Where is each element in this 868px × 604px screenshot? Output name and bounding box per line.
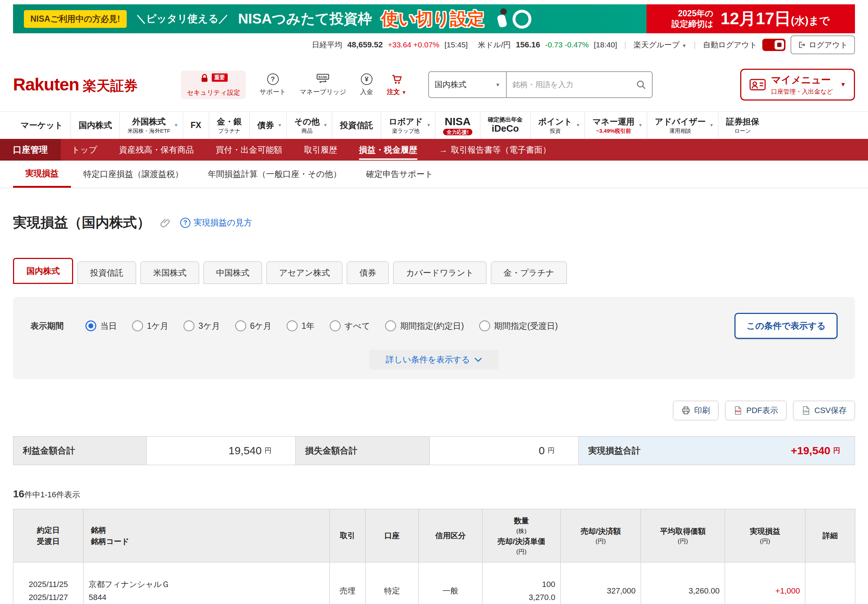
account-nav-top[interactable]: トップ <box>61 139 108 161</box>
security-settings-button[interactable]: 重要 セキュリティ設定 <box>181 71 246 99</box>
nav-bond[interactable]: 債券▼ <box>250 112 286 139</box>
tab-covered-warrant[interactable]: カバードワラント <box>393 261 487 284</box>
nav-point-investment[interactable]: ポイント投資▼ <box>530 112 584 139</box>
radio-1month[interactable]: 1ケ月 <box>132 320 168 332</box>
account-nav-home[interactable]: 口座管理 <box>0 139 61 161</box>
pl-help-link[interactable]: ? 実現損益の見方 <box>180 217 252 228</box>
col-sale-amount: 売却/決済額(円) <box>561 509 641 562</box>
account-nav-history[interactable]: 取引履歴 <box>293 139 348 161</box>
money-bridge-button[interactable]: BANK マネーブリッジ <box>300 73 346 96</box>
export-toolbar: 印刷 PDF PDF表示 CSV CSV保存 <box>13 401 855 420</box>
col-margin-type: 信用区分 <box>419 509 482 562</box>
search-category-select[interactable]: 国内株式 ▼ <box>429 72 507 97</box>
subnav-tax-support[interactable]: 確定申告サポート <box>353 161 446 188</box>
radio-6months[interactable]: 6ケ月 <box>235 320 271 332</box>
radio-3months[interactable]: 3ケ月 <box>183 320 220 332</box>
col-realized-pl: 実現損益(円) <box>725 509 805 562</box>
pdf-view-button[interactable]: PDF PDF表示 <box>725 401 787 420</box>
tab-asean-stock[interactable]: アセアン株式 <box>267 261 343 284</box>
nav-market[interactable]: マーケット <box>13 112 71 139</box>
account-nav-pl-tax[interactable]: 損益・税金履歴 <box>348 139 428 161</box>
col-stock: 銘柄銘柄コード <box>84 509 330 562</box>
printer-icon <box>681 406 691 415</box>
deposit-button[interactable]: ¥ 入金 <box>360 73 373 96</box>
nav-roboad[interactable]: ロボアド楽ラップ他▼ <box>381 112 435 139</box>
csv-save-button[interactable]: CSV CSV保存 <box>793 401 855 420</box>
radio-today[interactable]: 当日 <box>85 320 117 332</box>
usdjpy-change: -0.73 -0.47% <box>545 40 589 49</box>
logout-button[interactable]: ログアウト <box>790 36 855 54</box>
radio-icon <box>385 320 396 331</box>
nikkei-value: 48,659.52 <box>347 40 383 49</box>
search-button[interactable] <box>630 72 652 97</box>
loss-total-value: 0円 <box>430 437 579 465</box>
radio-range-trade-date[interactable]: 期間指定(約定日) <box>385 320 464 332</box>
tab-investment-trust[interactable]: 投資信託 <box>78 261 136 284</box>
tab-domestic-stock[interactable]: 国内株式 <box>13 258 73 284</box>
search-input[interactable] <box>507 72 630 97</box>
tab-china-stock[interactable]: 中国株式 <box>203 261 262 284</box>
print-button[interactable]: 印刷 <box>673 401 719 420</box>
question-icon: ? <box>267 73 279 85</box>
rakuten-logo[interactable]: Rakuten 楽天証券 <box>13 74 138 95</box>
subnav-annual-pl[interactable]: 年間損益計算（一般口座・その他） <box>195 161 353 188</box>
important-badge: 重要 <box>212 73 228 82</box>
market-bar: 日経平均 48,659.52 +33.64 +0.07% [15:45] 米ドル… <box>0 33 868 56</box>
nav-ideco[interactable]: 確定拠出年金iDeCo <box>480 112 530 139</box>
apply-filter-button[interactable]: この条件で表示する <box>735 313 838 339</box>
nav-foreign-stock[interactable]: 外国株式米国株・海外ETF▼ <box>119 112 183 139</box>
nav-advisor[interactable]: アドバイザー運用相談▼ <box>647 112 718 139</box>
nav-gold-platinum[interactable]: 金・銀プラチナ <box>209 112 250 139</box>
my-menu-button[interactable]: マイメニュー 口座管理・入出金など ▼ <box>740 69 855 100</box>
show-detail-conditions-link[interactable]: 詳しい条件を表示する <box>369 350 499 370</box>
chevron-down-icon: ▼ <box>710 123 714 128</box>
table-row: 2025/11/252025/11/27 京都フィナンシャルＧ5844 売埋 特… <box>13 562 855 604</box>
nav-domestic-stock[interactable]: 国内株式 <box>71 112 119 139</box>
nikkei-time: [15:45] <box>445 40 468 49</box>
account-nav-balance[interactable]: 資産残高・保有商品 <box>108 139 205 161</box>
cell-stock[interactable]: 京都フィナンシャルＧ5844 <box>84 562 330 604</box>
bank-transfer-icon: BANK <box>316 73 330 85</box>
paperclip-icon[interactable] <box>160 217 171 228</box>
nav-fx[interactable]: FX <box>183 112 209 139</box>
cell-detail[interactable] <box>805 562 855 604</box>
support-button[interactable]: ? サポート <box>260 73 286 96</box>
nav-nisa[interactable]: NISA全力応援! <box>435 112 480 139</box>
usdjpy-time: [18:40] <box>594 40 617 49</box>
cart-icon <box>391 73 403 85</box>
tab-bond[interactable]: 債券 <box>347 261 389 284</box>
subnav-realized-pl[interactable]: 実現損益 <box>13 161 71 188</box>
promo-badge: NISAご利用中の方必見! <box>24 10 127 28</box>
promo-banner[interactable]: NISAご利用中の方必見! ＼ピッタリ使える／ NISAつみたて投資枠 使い切り… <box>13 4 855 33</box>
radio-1year[interactable]: 1年 <box>287 320 315 332</box>
nav-other-products[interactable]: その他商品▼ <box>286 112 332 139</box>
tab-us-stock[interactable]: 米国株式 <box>140 261 199 284</box>
usdjpy-value: 156.16 <box>516 40 540 49</box>
yen-coin-icon: ¥ <box>361 73 372 85</box>
nav-investment-trust[interactable]: 投資信託 <box>332 112 381 139</box>
account-nav-reports[interactable]: →取引報告書等（電子書面） <box>428 139 562 161</box>
promo-banner-left[interactable]: NISAご利用中の方必見! ＼ピッタリ使える／ NISAつみたて投資枠 使い切り… <box>13 4 646 33</box>
account-nav-available[interactable]: 買付・出金可能額 <box>205 139 293 161</box>
chevron-down-icon: ▼ <box>840 81 846 88</box>
stock-search: 国内株式 ▼ <box>428 71 653 98</box>
search-icon <box>636 79 646 90</box>
pl-sub-nav: 実現損益 特定口座損益（譲渡益税） 年間損益計算（一般口座・その他） 確定申告サ… <box>0 161 868 188</box>
chevron-down-icon: ▼ <box>402 90 406 95</box>
loss-total-label: 損失金額合計 <box>296 437 430 465</box>
radio-range-settlement-date[interactable]: 期間指定(受渡日) <box>479 320 558 332</box>
profit-total-label: 利益金額合計 <box>13 437 147 465</box>
tab-gold-platinum[interactable]: 金・プラチナ <box>491 261 567 284</box>
cell-dates: 2025/11/252025/11/27 <box>13 562 84 604</box>
nav-collateral-loan[interactable]: 証券担保ローン <box>718 112 767 139</box>
cell-avg-price: 3,260.00 <box>641 562 725 604</box>
promo-deadline[interactable]: 2025年の 設定締切は 12月17日(水)まで <box>646 4 855 33</box>
radio-all[interactable]: すべて <box>330 320 370 332</box>
nav-money-management[interactable]: マネー運用~3.49%税引前▼ <box>584 112 647 139</box>
subnav-specific-account-pl[interactable]: 特定口座損益（譲渡益税） <box>71 161 195 188</box>
rakuten-group-menu[interactable]: 楽天グループ▼ <box>634 40 686 50</box>
order-button[interactable]: 注文 ▼ <box>387 73 406 96</box>
table-header-row: 約定日受渡日 銘柄銘柄コード 取引 口座 信用区分 数量(株)売却/決済単価(円… <box>13 509 855 562</box>
auto-logout-toggle[interactable] <box>762 39 786 51</box>
period-label: 表示期間 <box>30 320 64 332</box>
